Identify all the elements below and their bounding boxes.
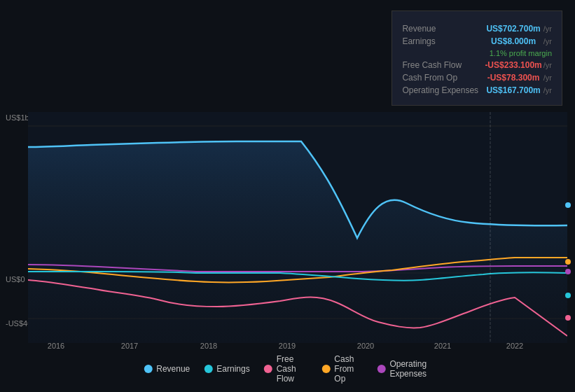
tooltip-row: EarningsUS$8.000m /yr	[402, 36, 552, 46]
tooltip-row: Free Cash Flow-US$233.100m /yr	[402, 60, 552, 70]
legend-item[interactable]: Earnings	[204, 364, 249, 374]
tooltip-unit: /yr	[543, 61, 552, 69]
tooltip-value: US$702.700m	[486, 24, 540, 34]
series-endpoint-dot	[565, 293, 571, 298]
tooltip-label: Free Cash Flow	[402, 60, 479, 70]
tooltip-row: Cash From Op-US$78.300m /yr	[402, 73, 552, 83]
legend-item[interactable]: Revenue	[144, 364, 190, 374]
legend-color-dot	[144, 365, 152, 373]
legend-color-dot	[377, 365, 385, 373]
tooltip-label: Earnings	[402, 36, 479, 46]
tooltip-row: RevenueUS$702.700m /yr	[402, 24, 552, 34]
y-axis-label: US$1b	[6, 113, 29, 122]
tooltip-value: US$167.700m	[486, 85, 540, 95]
series-endpoint-dot	[565, 269, 571, 274]
legend-item[interactable]: Operating Expenses	[377, 359, 431, 379]
tooltip-unit: /yr	[543, 37, 552, 46]
tooltip-value: -US$78.300m	[487, 73, 540, 83]
tooltip-label: Revenue	[402, 24, 479, 34]
tooltip-label: Operating Expenses	[402, 85, 479, 95]
tooltip-value: US$8.000m	[491, 36, 536, 46]
legend-color-dot	[321, 365, 330, 373]
tooltip-unit: /yr	[543, 74, 552, 82]
legend-label: Revenue	[156, 364, 190, 374]
tooltip-value: -US$233.100m	[485, 60, 541, 70]
legend-item[interactable]: Free Cash Flow	[264, 354, 308, 384]
series-endpoint-dot	[565, 259, 571, 265]
legend: RevenueEarningsFree Cash FlowCash From O…	[144, 354, 431, 384]
tooltip-box: RevenueUS$702.700m /yrEarningsUS$8.000m …	[392, 10, 562, 106]
tooltip-unit: /yr	[543, 86, 552, 94]
legend-label: Operating Expenses	[389, 359, 431, 379]
legend-color-dot	[264, 365, 272, 373]
legend-label: Free Cash Flow	[277, 354, 308, 384]
tooltip-label: Cash From Op	[402, 73, 479, 83]
tooltip-unit: /yr	[543, 24, 552, 33]
legend-label: Earnings	[216, 364, 249, 374]
tooltip-sub: 1.1% profit margin	[490, 49, 552, 57]
legend-label: Cash From Op	[334, 354, 363, 384]
legend-item[interactable]: Cash From Op	[321, 354, 363, 384]
series-endpoint-dot	[565, 315, 571, 321]
tooltip-row: Operating ExpensesUS$167.700m /yr	[402, 85, 552, 95]
series-endpoint-dot	[565, 202, 571, 208]
legend-color-dot	[204, 365, 212, 373]
chart-container: RevenueUS$702.700m /yrEarningsUS$8.000m …	[0, 0, 575, 392]
chart-svg	[28, 112, 567, 343]
y-axis-label: US$0	[6, 275, 25, 284]
